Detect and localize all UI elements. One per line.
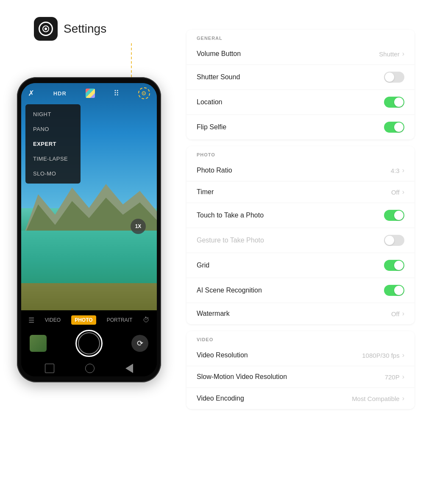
volume-button-label: Volume Button xyxy=(197,50,241,58)
location-toggle[interactable] xyxy=(384,97,404,108)
mode-pano[interactable]: PANO xyxy=(25,122,81,136)
video-encoding-label: Video Encoding xyxy=(197,395,244,402)
touch-to-take-knob xyxy=(394,211,404,220)
camera-icon xyxy=(39,22,53,36)
mode-slomo[interactable]: SLO-MO xyxy=(25,166,81,181)
video-encoding-value: Most Compatible xyxy=(352,395,400,402)
home-icon[interactable] xyxy=(45,364,54,373)
gesture-to-take-label: Gesture to Take Photo xyxy=(197,237,264,244)
photo-ratio-label: Photo Ratio xyxy=(197,167,232,174)
settings-header: Settings xyxy=(34,17,106,41)
row-touch-to-take[interactable]: Touch to Take a Photo xyxy=(186,203,415,228)
mode-expert[interactable]: EXPERT xyxy=(25,136,81,151)
watermark-chevron-icon: › xyxy=(402,310,404,317)
touch-to-take-toggle[interactable] xyxy=(384,210,404,221)
touch-to-take-label: Touch to Take a Photo xyxy=(197,212,264,219)
phone-frame: ✗ HDR ⠿ ⚙ NIGHT PANO EXPERT TIME-LAPSE S… xyxy=(17,77,161,382)
row-location[interactable]: Location xyxy=(186,90,415,115)
watermark-right: Off › xyxy=(391,310,404,317)
left-section: Settings xyxy=(8,17,170,382)
video-resolution-value: 1080P/30 fps xyxy=(362,352,399,359)
row-gesture-to-take[interactable]: Gesture to Take Photo xyxy=(186,228,415,253)
flip-selfie-toggle[interactable] xyxy=(384,122,404,133)
video-encoding-right: Most Compatible › xyxy=(352,395,404,402)
back-triangle-icon[interactable] xyxy=(125,364,133,373)
gallery-thumbnail[interactable] xyxy=(30,335,47,352)
gesture-to-take-knob xyxy=(385,236,394,245)
row-timer[interactable]: Timer Off › xyxy=(186,181,415,203)
shutter-sound-knob xyxy=(385,72,394,82)
phone-screen: ✗ HDR ⠿ ⚙ NIGHT PANO EXPERT TIME-LAPSE S… xyxy=(21,83,157,376)
mode-tabs: ☰ VIDEO PHOTO PORTRAIT ⏱ xyxy=(21,314,157,326)
location-label: Location xyxy=(197,98,223,106)
tab-portrait[interactable]: PORTRAIT xyxy=(103,315,136,325)
gesture-to-take-toggle[interactable] xyxy=(384,235,404,246)
row-slow-motion[interactable]: Slow-Motion Video Resolution 720P › xyxy=(186,366,415,388)
mode-night[interactable]: NIGHT xyxy=(25,107,81,122)
settings-panel: GENERAL Volume Button Shutter › Shutter … xyxy=(186,17,415,409)
ground-layer xyxy=(21,283,157,310)
settings-card-general: GENERAL Volume Button Shutter › Shutter … xyxy=(186,30,415,139)
row-ai-scene[interactable]: AI Scene Recognition xyxy=(186,278,415,303)
apps-icon[interactable]: ⠿ xyxy=(114,89,119,98)
ai-scene-toggle[interactable] xyxy=(384,285,404,296)
camera-viewfinder: ✗ HDR ⠿ ⚙ NIGHT PANO EXPERT TIME-LAPSE S… xyxy=(21,83,157,310)
flip-camera-button[interactable]: ⟳ xyxy=(131,335,148,352)
video-resolution-label: Video Resolution xyxy=(197,351,248,359)
water-layer xyxy=(21,231,157,287)
row-shutter-sound[interactable]: Shutter Sound xyxy=(186,65,415,90)
volume-button-value: Shutter xyxy=(379,50,399,58)
row-photo-ratio[interactable]: Photo Ratio 4:3 › xyxy=(186,160,415,181)
app-icon xyxy=(34,17,58,41)
flash-off-icon[interactable]: ✗ xyxy=(28,89,34,98)
timer-label: Timer xyxy=(197,188,214,196)
section-label-photo: PHOTO xyxy=(186,146,415,160)
grid-toggle[interactable] xyxy=(384,260,404,271)
back-circle-icon[interactable] xyxy=(85,364,95,373)
flip-selfie-label: Flip Selfie xyxy=(197,123,226,131)
video-resolution-right: 1080P/30 fps › xyxy=(362,351,404,359)
ai-scene-knob xyxy=(394,286,404,295)
settings-card-video: VIDEO Video Resolution 1080P/30 fps › Sl… xyxy=(186,331,415,409)
slow-motion-label: Slow-Motion Video Resolution xyxy=(197,373,287,381)
camera-top-bar: ✗ HDR ⠿ ⚙ xyxy=(21,83,157,103)
watermark-label: Watermark xyxy=(197,310,230,317)
nav-bar xyxy=(21,360,157,375)
timer-icon[interactable]: ⏱ xyxy=(143,316,150,324)
settings-gear-icon[interactable]: ⚙ xyxy=(138,87,150,99)
connector-line xyxy=(131,43,132,77)
shutter-button[interactable] xyxy=(75,330,103,357)
hamburger-icon[interactable]: ☰ xyxy=(28,316,34,324)
row-video-encoding[interactable]: Video Encoding Most Compatible › xyxy=(186,388,415,409)
row-video-resolution[interactable]: Video Resolution 1080P/30 fps › xyxy=(186,345,415,366)
photo-ratio-right: 4:3 › xyxy=(391,167,404,174)
color-filter-icon[interactable] xyxy=(86,89,95,98)
video-resolution-chevron-icon: › xyxy=(402,351,404,359)
video-encoding-chevron-icon: › xyxy=(402,395,404,402)
watermark-value: Off xyxy=(391,310,400,317)
tab-photo[interactable]: PHOTO xyxy=(71,315,96,325)
camera-mode-menu: NIGHT PANO EXPERT TIME-LAPSE SLO-MO xyxy=(25,104,81,184)
row-grid[interactable]: Grid xyxy=(186,253,415,278)
volume-button-right: Shutter › xyxy=(379,50,404,58)
photo-ratio-value: 4:3 xyxy=(391,167,400,174)
grid-label: Grid xyxy=(197,262,209,269)
shutter-inner xyxy=(78,332,100,354)
row-watermark[interactable]: Watermark Off › xyxy=(186,303,415,324)
row-flip-selfie[interactable]: Flip Selfie xyxy=(186,115,415,139)
hdr-icon[interactable]: HDR xyxy=(53,90,67,97)
slow-motion-right: 720P › xyxy=(385,373,404,381)
timer-value: Off xyxy=(391,189,400,196)
tab-video[interactable]: VIDEO xyxy=(42,315,64,325)
shutter-sound-toggle[interactable] xyxy=(384,72,404,83)
row-volume-button[interactable]: Volume Button Shutter › xyxy=(186,43,415,65)
mode-timelapse[interactable]: TIME-LAPSE xyxy=(25,151,81,166)
zoom-badge[interactable]: 1X xyxy=(131,219,146,234)
page-container: Settings xyxy=(8,17,415,409)
shutter-row: ⟳ xyxy=(21,326,157,360)
location-knob xyxy=(394,97,404,107)
slow-motion-chevron-icon: › xyxy=(402,373,404,381)
section-label-video: VIDEO xyxy=(186,331,415,345)
timer-chevron-icon: › xyxy=(402,188,404,196)
settings-card-photo: PHOTO Photo Ratio 4:3 › Timer Off › Touc… xyxy=(186,146,415,324)
